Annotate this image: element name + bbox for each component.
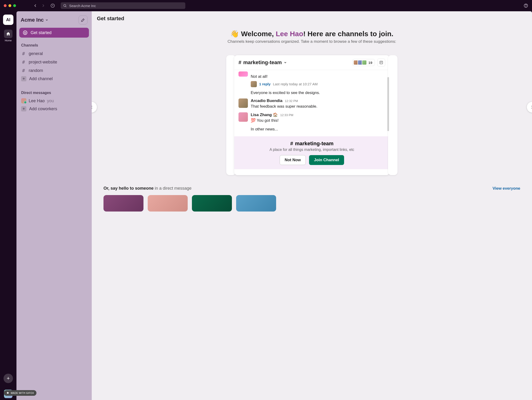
hash-icon: # — [290, 141, 293, 147]
search-input[interactable] — [69, 4, 183, 8]
rail-home[interactable]: Home — [4, 30, 13, 42]
channel-name: marketing-team — [243, 59, 282, 66]
channel-preview-card: # marketing-team — [234, 55, 389, 175]
welcome-post: ! Here are channels to join. — [303, 30, 393, 38]
chevron-down-icon — [45, 18, 48, 22]
window-controls — [4, 4, 16, 7]
message-author[interactable]: Arcadio Buendia — [251, 99, 282, 103]
channel-label: general — [29, 51, 43, 56]
avatar — [239, 112, 248, 122]
close-window-icon[interactable] — [4, 4, 6, 7]
message-text: Everyone is excited to see the designs. — [251, 90, 385, 96]
person-card[interactable] — [192, 195, 232, 212]
you-label: you — [47, 99, 54, 103]
help-button[interactable] — [524, 3, 528, 8]
rail-add-button[interactable]: + — [4, 374, 13, 383]
reply-count[interactable]: 1 reply — [259, 82, 271, 86]
hash-icon: # — [21, 59, 26, 65]
view-everyone-link[interactable]: View everyone — [493, 186, 520, 191]
add-channel-label: Add channel — [29, 76, 53, 81]
reply-timestamp: Last reply today at 10:27 AM — [273, 82, 317, 86]
carousel-next-button[interactable] — [527, 102, 532, 112]
page-title: Get started — [92, 11, 532, 26]
gifox-label: MADE WITH GIFOX — [11, 392, 34, 394]
dm-prompt-bold: Or, say hello to someone — [103, 186, 154, 191]
message-author[interactable]: Lisa Zhang 🏠 — [251, 112, 278, 117]
svg-point-5 — [24, 32, 25, 32]
add-coworkers-label: Add coworkers — [29, 106, 57, 111]
avatar — [239, 99, 248, 108]
message-text: That feedback was super reasonable. — [251, 104, 385, 110]
dm-item-self[interactable]: Lee Hao you — [18, 97, 90, 105]
message: Lisa Zhang 🏠 12:33 PM 💯 You got this! In… — [239, 111, 385, 133]
titlebar — [0, 0, 532, 11]
join-channel-button[interactable]: Join Channel — [309, 155, 344, 165]
hash-icon: # — [21, 68, 26, 73]
forward-button[interactable] — [41, 3, 46, 8]
message-text: Not at all! — [251, 74, 385, 80]
history-button[interactable] — [50, 3, 55, 8]
channel-title[interactable]: # marketing-team — [239, 59, 287, 66]
avatar — [362, 60, 367, 65]
smile-icon — [23, 30, 28, 35]
hash-icon: # — [239, 59, 241, 66]
back-button[interactable] — [33, 3, 38, 8]
canvas-button[interactable] — [377, 58, 385, 67]
dm-name: Lee Hao — [29, 99, 45, 103]
welcome-pre: Welcome, — [241, 30, 276, 38]
workspace-switcher[interactable]: Acme Inc — [21, 17, 48, 23]
person-card[interactable] — [148, 195, 188, 212]
dm-prompt: Or, say hello to someone in a direct mes… — [103, 186, 191, 191]
people-row — [103, 195, 520, 212]
message: Not at all! 1 reply Last reply today at … — [239, 72, 385, 97]
join-channel-name: marketing-team — [295, 141, 334, 147]
channel-item-random[interactable]: #random — [18, 66, 90, 75]
thread-reply-row[interactable]: 1 reply Last reply today at 10:27 AM — [251, 81, 385, 87]
person-card[interactable] — [103, 195, 144, 212]
message-list: Not at all! 1 reply Last reply today at … — [234, 70, 389, 136]
svg-point-3 — [526, 6, 526, 7]
svg-point-6 — [26, 32, 26, 32]
scrollbar[interactable] — [387, 77, 389, 131]
channel-label: random — [29, 68, 43, 73]
minimize-window-icon[interactable] — [8, 4, 11, 7]
workspace-name: Acme Inc — [21, 17, 44, 23]
message-text: In other news... — [251, 126, 385, 132]
home-icon — [6, 31, 11, 36]
channels-section-header[interactable]: Channels — [18, 42, 90, 49]
channel-label: project-website — [29, 60, 57, 65]
join-channel-prompt: # marketing-team A place for all things … — [234, 136, 389, 169]
plus-icon: + — [21, 76, 26, 81]
adjacent-card-right[interactable] — [388, 55, 398, 175]
dm-section-header[interactable]: Direct messages — [18, 89, 90, 97]
workspace-tile[interactable]: AI — [3, 15, 13, 25]
gifox-watermark: MADE WITH GIFOX — [4, 390, 37, 396]
maximize-window-icon[interactable] — [13, 4, 16, 7]
compose-button[interactable] — [79, 16, 88, 25]
svg-point-4 — [23, 31, 27, 35]
add-coworkers[interactable]: +Add coworkers — [18, 105, 90, 113]
member-count: 19 — [368, 61, 372, 65]
person-card[interactable] — [236, 195, 276, 212]
channel-item-project-website[interactable]: #project-website — [18, 58, 90, 66]
not-now-button[interactable]: Not Now — [280, 155, 306, 165]
get-started-item[interactable]: Get started — [19, 28, 89, 38]
plus-icon: + — [21, 106, 26, 111]
welcome-block: 👋 Welcome, Lee Hao! Here are channels to… — [92, 29, 532, 47]
dm-prompt-rest: in a direct message — [154, 186, 191, 191]
welcome-heading: 👋 Welcome, Lee Hao! Here are channels to… — [101, 30, 523, 38]
carousel-prev-button[interactable] — [92, 102, 97, 112]
message-timestamp: 12:33 PM — [280, 113, 293, 117]
welcome-username: Lee Hao — [276, 30, 303, 38]
channel-item-general[interactable]: #general — [18, 49, 90, 58]
member-count-button[interactable]: 19 — [352, 59, 375, 66]
sidebar: Acme Inc Get started Channels #general #… — [16, 11, 92, 400]
search-bar[interactable] — [61, 2, 185, 9]
dm-suggestions: Or, say hello to someone in a direct mes… — [92, 177, 532, 212]
add-channel[interactable]: +Add channel — [18, 75, 90, 83]
avatar — [21, 98, 26, 103]
welcome-subtext: Channels keep conversations organized. T… — [101, 39, 523, 44]
get-started-label: Get started — [31, 30, 51, 35]
main-pane: Get started 👋 Welcome, Lee Hao! Here are… — [92, 11, 532, 400]
join-channel-title: # marketing-team — [239, 141, 385, 147]
